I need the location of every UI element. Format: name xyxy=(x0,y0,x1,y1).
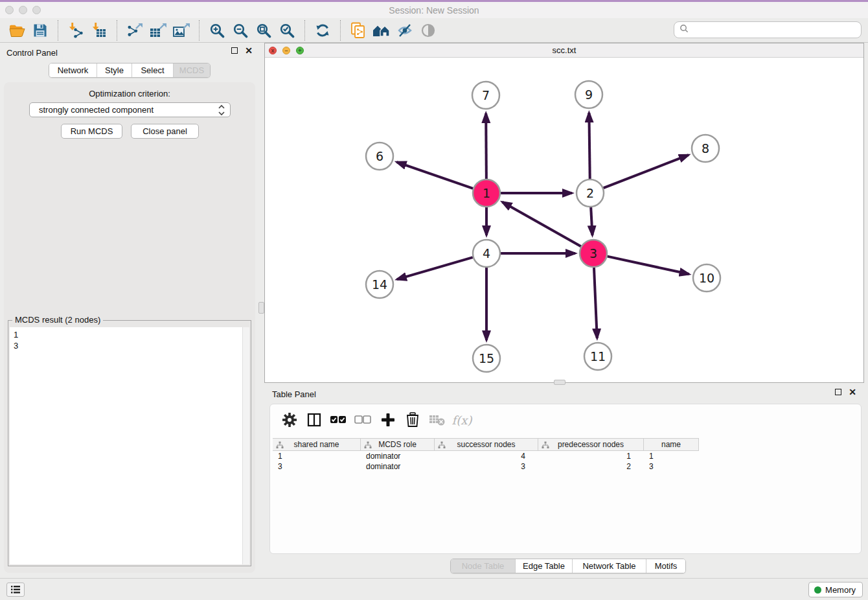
edge-3-1[interactable] xyxy=(502,202,580,246)
table-cell[interactable]: 3 xyxy=(644,461,699,472)
svg-text:15: 15 xyxy=(479,351,494,365)
edge-2-9[interactable] xyxy=(589,113,589,179)
edge-4-14[interactable] xyxy=(397,257,473,279)
copy-network-icon[interactable] xyxy=(347,19,370,41)
svg-text:11: 11 xyxy=(590,349,606,363)
task-history-button[interactable] xyxy=(6,583,25,597)
status-bar: Memory xyxy=(0,578,868,600)
edge-2-3[interactable] xyxy=(591,207,592,235)
save-session-icon[interactable] xyxy=(29,19,52,41)
column-label: name xyxy=(661,440,681,449)
mcds-result-node: 3 xyxy=(14,340,246,351)
edge-1-7[interactable] xyxy=(486,113,486,179)
import-table-icon[interactable] xyxy=(87,19,111,41)
node-7[interactable]: 7 xyxy=(472,82,499,109)
edge-3-11[interactable] xyxy=(594,268,597,338)
table-cell[interactable]: 3 xyxy=(273,461,361,472)
table-tab-node-table[interactable]: Node Table xyxy=(451,559,516,573)
table-panel-header: Table Panel ✕ xyxy=(264,387,864,401)
node-8[interactable]: 8 xyxy=(692,135,719,162)
float-table-panel-icon[interactable] xyxy=(835,389,841,395)
split-panel-icon[interactable] xyxy=(304,410,325,430)
table-settings-gear-icon[interactable] xyxy=(279,410,300,430)
optimization-criterion-dropdown[interactable]: strongly connected component xyxy=(29,102,231,117)
control-panel-title: Control Panel xyxy=(6,48,58,58)
tab-mcds[interactable]: MCDS xyxy=(174,63,210,77)
network-window-titlebar[interactable]: scc.txt x – + xyxy=(265,43,863,58)
node-2[interactable]: 2 xyxy=(577,179,604,207)
zoom-fit-icon[interactable] xyxy=(252,19,275,41)
memory-button[interactable]: Memory xyxy=(808,582,863,597)
add-column-icon[interactable] xyxy=(378,410,398,430)
column-label: MCDS role xyxy=(378,440,417,449)
column-header-predecessor-nodes[interactable]: predecessor nodes xyxy=(538,439,644,450)
hide-graphics-details-icon[interactable] xyxy=(393,19,417,41)
table-cell[interactable]: 1 xyxy=(538,451,644,461)
zoom-in-icon[interactable] xyxy=(205,19,229,41)
node-6[interactable]: 6 xyxy=(366,143,393,170)
table-cell[interactable]: dominator xyxy=(361,451,435,461)
node-4[interactable]: 4 xyxy=(473,240,500,267)
table-row[interactable]: 3dominator323 xyxy=(273,461,699,472)
close-panel-button[interactable]: Close panel xyxy=(131,124,199,139)
network-window-title: scc.txt xyxy=(265,45,863,55)
export-image-icon[interactable] xyxy=(170,19,193,41)
edge-3-10[interactable] xyxy=(607,257,689,274)
column-header-shared-name[interactable]: shared name xyxy=(273,439,361,450)
tab-network[interactable]: Network xyxy=(49,63,97,77)
refresh-view-icon[interactable] xyxy=(311,19,334,41)
vertical-splitter-handle[interactable] xyxy=(258,302,264,314)
table-cell[interactable]: 1 xyxy=(644,451,699,461)
select-all-checkboxes-icon[interactable] xyxy=(328,410,349,430)
result-scrollbar[interactable] xyxy=(242,327,249,564)
search-box[interactable] xyxy=(674,21,862,38)
table-tab-network-table[interactable]: Network Table xyxy=(573,559,646,573)
node-1[interactable]: 1 xyxy=(473,179,500,207)
float-panel-icon[interactable] xyxy=(231,47,238,54)
tab-style[interactable]: Style xyxy=(97,63,132,77)
zoom-out-icon[interactable] xyxy=(229,19,252,41)
table-cell[interactable]: 3 xyxy=(435,461,538,472)
close-panel-icon[interactable]: ✕ xyxy=(245,47,253,54)
unselect-all-checkboxes-icon[interactable] xyxy=(353,410,374,430)
import-network-icon[interactable] xyxy=(64,19,87,41)
table-row[interactable]: 1dominator411 xyxy=(273,451,699,461)
network-graph: 7968124314101511 xyxy=(265,58,863,382)
networks-home-icon[interactable] xyxy=(370,19,393,41)
column-header-successor-nodes[interactable]: successor nodes xyxy=(435,439,538,450)
table-cell[interactable]: 1 xyxy=(273,451,361,461)
table-tab-motifs[interactable]: Motifs xyxy=(646,559,685,573)
node-table: shared nameMCDS rolesuccessor nodesprede… xyxy=(273,438,699,472)
edge-2-8[interactable] xyxy=(604,155,689,188)
table-cell[interactable]: 2 xyxy=(538,461,644,472)
edge-1-6[interactable] xyxy=(396,162,473,189)
node-11[interactable]: 11 xyxy=(584,343,611,370)
column-header-MCDS-role[interactable]: MCDS role xyxy=(361,439,435,450)
horizontal-splitter-handle[interactable] xyxy=(554,380,565,385)
svg-text:3: 3 xyxy=(589,246,597,260)
column-header-name[interactable]: name xyxy=(644,439,699,450)
column-tree-icon xyxy=(542,441,549,451)
close-table-panel-icon[interactable]: ✕ xyxy=(849,389,856,395)
node-15[interactable]: 15 xyxy=(473,345,500,372)
node-3[interactable]: 3 xyxy=(580,240,607,267)
chevron-up-down-icon xyxy=(218,104,225,118)
mcds-result-textarea[interactable]: 13 xyxy=(10,327,249,564)
optimization-criterion-label: Optimization criterion: xyxy=(0,89,259,98)
export-network-icon[interactable] xyxy=(123,19,146,41)
node-14[interactable]: 14 xyxy=(366,271,393,298)
network-canvas[interactable]: 7968124314101511 xyxy=(265,58,863,382)
export-table-icon[interactable] xyxy=(146,19,170,41)
delete-column-icon[interactable] xyxy=(402,410,423,430)
column-label: predecessor nodes xyxy=(558,440,624,449)
run-mcds-button[interactable]: Run MCDS xyxy=(61,124,122,139)
node-10[interactable]: 10 xyxy=(693,264,720,292)
table-tab-edge-table[interactable]: Edge Table xyxy=(516,559,573,573)
search-input[interactable] xyxy=(692,25,856,35)
table-cell[interactable]: dominator xyxy=(361,461,435,472)
tab-select[interactable]: Select xyxy=(132,63,174,77)
node-9[interactable]: 9 xyxy=(575,81,602,108)
open-file-icon[interactable] xyxy=(5,19,29,41)
zoom-selected-icon[interactable] xyxy=(275,19,299,41)
table-cell[interactable]: 4 xyxy=(435,451,538,461)
